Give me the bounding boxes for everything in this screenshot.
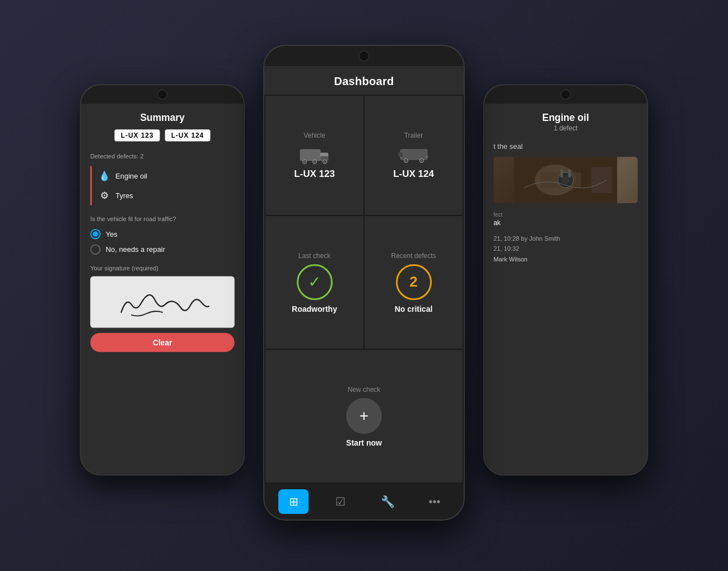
- date1-text: 21, 10:28 by John Smith: [493, 235, 560, 242]
- new-check-label: New check: [348, 386, 381, 394]
- check-circle: ✓: [297, 264, 333, 300]
- truck-icon: [299, 144, 330, 164]
- phone-right: Engine oil 1 defect t the seal: [483, 84, 648, 475]
- new-check-action: Start now: [346, 438, 382, 447]
- fit-question: Is the vehicle fit for road traffic?: [90, 216, 235, 223]
- svg-point-4: [304, 161, 305, 162]
- clear-button[interactable]: Clear: [90, 333, 235, 352]
- radio-no-label: No, needs a repair: [106, 245, 165, 254]
- summary-content: Summary L-UX 123 L-UX 124 Detected defec…: [81, 104, 244, 474]
- oil-icon: 💧: [98, 170, 110, 181]
- defects-count: 2: [409, 273, 417, 291]
- tyres-icon: ⚙: [98, 190, 110, 201]
- phone-left: Summary L-UX 123 L-UX 124 Detected defec…: [80, 84, 245, 475]
- radio-yes-inner: [93, 232, 98, 237]
- detected-label: Detected defects: 2: [90, 153, 235, 160]
- notch-left: [81, 85, 244, 104]
- new-check-cell[interactable]: New check + Start now: [265, 350, 463, 483]
- plate-left: L-UX 123: [115, 129, 160, 141]
- defect-type-value: ak: [493, 219, 638, 227]
- trailer-label: Trailer: [404, 132, 423, 139]
- defect-photo: [493, 157, 638, 203]
- engine-title: Engine oil: [494, 112, 637, 123]
- svg-rect-22: [568, 170, 571, 177]
- engine-content: Engine oil 1 defect t the seal: [484, 104, 647, 474]
- dashboard-icon: ⊞: [289, 495, 298, 508]
- defect-tyres-label: Tyres: [115, 191, 133, 200]
- photo-placeholder: [493, 157, 638, 203]
- vehicle-id: L-UX 123: [294, 169, 335, 180]
- dashboard-grid: Vehicle L-UX 123: [264, 95, 464, 484]
- nav-wrench[interactable]: 🔧: [372, 489, 403, 514]
- defects-circle: 2: [396, 264, 432, 300]
- radio-yes-outer: [90, 229, 100, 239]
- bottom-nav: ⊞ ☑ 🔧 •••: [264, 484, 464, 519]
- recent-defects-status: No critical: [395, 305, 433, 313]
- svg-point-14: [421, 160, 422, 161]
- defect-list: 💧 Engine oil ⚙ Tyres: [90, 166, 235, 205]
- svg-rect-23: [591, 167, 612, 193]
- svg-marker-2: [320, 153, 328, 156]
- svg-rect-15: [425, 156, 428, 157]
- radio-group: Yes No, needs a repair: [90, 229, 235, 255]
- plates-row: L-UX 123 L-UX 124: [91, 129, 234, 141]
- dashboard-content: Dashboard Vehicle: [264, 66, 464, 519]
- last-check-cell[interactable]: Last check ✓ Roadworthy: [265, 216, 363, 349]
- radio-no-outer: [90, 245, 100, 255]
- plus-circle[interactable]: +: [346, 398, 382, 434]
- dashboard-screen: Dashboard Vehicle: [264, 46, 464, 519]
- check-mark-icon: ✓: [308, 274, 321, 290]
- engine-subtitle: 1 defect: [494, 124, 637, 132]
- defect-meta: fect ak 21, 10:28 by John Smith 21, 10:3…: [493, 212, 638, 263]
- svg-rect-0: [300, 149, 320, 161]
- plate-right: L-UX 124: [165, 129, 211, 141]
- wrench-icon: 🔧: [381, 495, 395, 508]
- signature-label: Your signature (required): [90, 265, 235, 272]
- phone-center: Dashboard Vehicle: [263, 45, 465, 521]
- svg-point-12: [405, 160, 407, 161]
- svg-point-8: [324, 161, 325, 162]
- vehicle-cell[interactable]: Vehicle L-UX 123: [265, 96, 363, 215]
- defect-item-tyres: ⚙ Tyres: [98, 186, 235, 205]
- vehicle-label: Vehicle: [304, 132, 325, 139]
- date2-text: 21, 10:32: [493, 245, 519, 252]
- notch-right: [484, 85, 647, 104]
- dashboard-header: Dashboard: [264, 66, 464, 95]
- svg-rect-9: [400, 149, 427, 160]
- defect-type-section: fect ak: [493, 212, 638, 227]
- trailer-id: L-UX 124: [393, 169, 434, 180]
- engine-header: Engine oil 1 defect: [484, 104, 647, 137]
- radio-yes[interactable]: Yes: [90, 229, 235, 239]
- trailer-cell[interactable]: Trailer L-UX 124: [365, 96, 463, 215]
- nav-more[interactable]: •••: [419, 489, 450, 514]
- radio-no[interactable]: No, needs a repair: [90, 245, 235, 255]
- more-icon: •••: [428, 495, 440, 508]
- nav-dashboard[interactable]: ⊞: [278, 489, 309, 514]
- summary-body: Detected defects: 2 💧 Engine oil ⚙ Tyres…: [81, 147, 244, 475]
- list-icon: ☑: [335, 495, 346, 508]
- assigned-text: Mark Wilson: [493, 256, 528, 263]
- defect-type-label: fect: [493, 212, 638, 218]
- engine-oil-screen: Engine oil 1 defect t the seal: [484, 85, 647, 475]
- phones-container: Summary L-UX 123 L-UX 124 Detected defec…: [56, 34, 672, 537]
- date1-row: 21, 10:28 by John Smith: [493, 235, 638, 242]
- nav-list[interactable]: ☑: [325, 489, 356, 514]
- date2-row: 21, 10:32: [493, 245, 638, 252]
- plus-icon: +: [360, 408, 368, 424]
- seal-description: t the seal: [493, 142, 638, 151]
- summary-screen: Summary L-UX 123 L-UX 124 Detected defec…: [81, 85, 244, 475]
- defect-oil-label: Engine oil: [115, 172, 147, 180]
- defect-item-oil: 💧 Engine oil: [98, 166, 235, 186]
- photo-svg: [493, 157, 638, 203]
- signature-svg: [90, 277, 235, 328]
- last-check-status: Roadworthy: [292, 305, 337, 313]
- assigned-row: Mark Wilson: [493, 256, 638, 263]
- svg-rect-10: [398, 152, 403, 157]
- trailer-icon: [398, 144, 430, 164]
- signature-box[interactable]: [90, 277, 235, 328]
- recent-defects-cell[interactable]: Recent defects 2 No critical: [365, 216, 463, 349]
- summary-header: Summary L-UX 123 L-UX 124: [81, 104, 244, 146]
- notch-center: [264, 46, 464, 66]
- last-check-label: Last check: [298, 252, 330, 260]
- summary-title: Summary: [91, 112, 234, 123]
